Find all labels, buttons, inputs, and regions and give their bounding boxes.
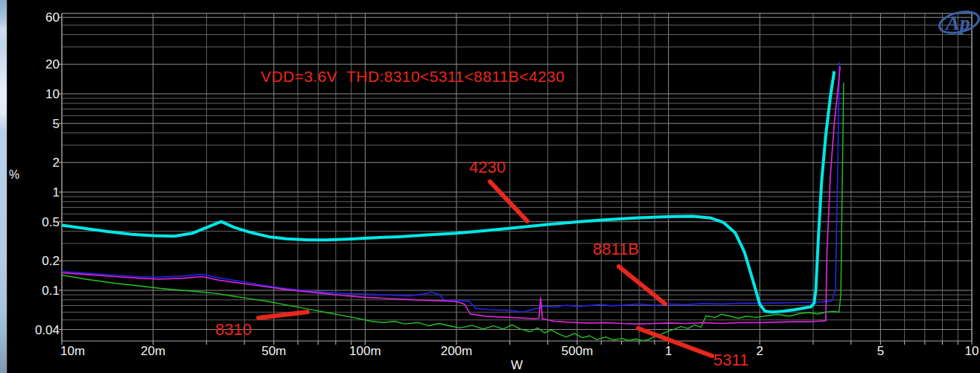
svg-text:5: 5 [877,344,884,358]
svg-text:20: 20 [45,57,60,71]
x-axis-unit-label: W [511,358,523,373]
callout-arrow-8811b [619,267,665,304]
svg-text:10: 10 [45,87,60,101]
trace-5311 [62,66,840,324]
svg-text:60: 60 [45,10,60,25]
callout-label-8310: 8310 [215,320,252,339]
svg-text:2: 2 [53,156,60,170]
logo-text: Ap [944,11,970,34]
svg-text:1: 1 [53,185,60,200]
ap-measurement-window: 10m20m50m100m200m500m125100.040.10.20.51… [0,0,980,373]
chart-annotation-title: VDD=3.6V THD:8310<5311<8811B<4230 [261,68,564,86]
trace-8811b [62,63,839,313]
thd-vs-power-chart: 10m20m50m100m200m500m125100.040.10.20.51… [0,0,980,373]
callout-label-8811b: 8811B [593,240,639,259]
svg-text:10: 10 [965,344,979,358]
callout-arrow-5311 [638,328,712,356]
trace-8310 [62,83,844,341]
svg-text:0.2: 0.2 [42,254,60,268]
svg-text:0.04: 0.04 [35,323,60,337]
svg-text:20m: 20m [141,344,165,358]
svg-text:1: 1 [665,344,672,358]
svg-text:500m: 500m [561,344,594,358]
svg-text:10m: 10m [60,344,85,358]
svg-text:5: 5 [53,117,60,131]
svg-text:0.1: 0.1 [42,284,60,298]
svg-text:0.5: 0.5 [42,215,60,229]
svg-text:200m: 200m [441,344,473,358]
svg-text:100m: 100m [349,344,381,358]
y-axis-unit-label: % [9,168,19,182]
svg-text:2: 2 [757,344,763,358]
svg-text:50m: 50m [261,344,286,358]
callout-label-5311: 5311 [713,351,748,370]
audio-precision-logo: Ap [929,3,980,42]
callout-arrow-8310 [258,312,308,318]
callout-label-4230: 4230 [469,158,506,177]
